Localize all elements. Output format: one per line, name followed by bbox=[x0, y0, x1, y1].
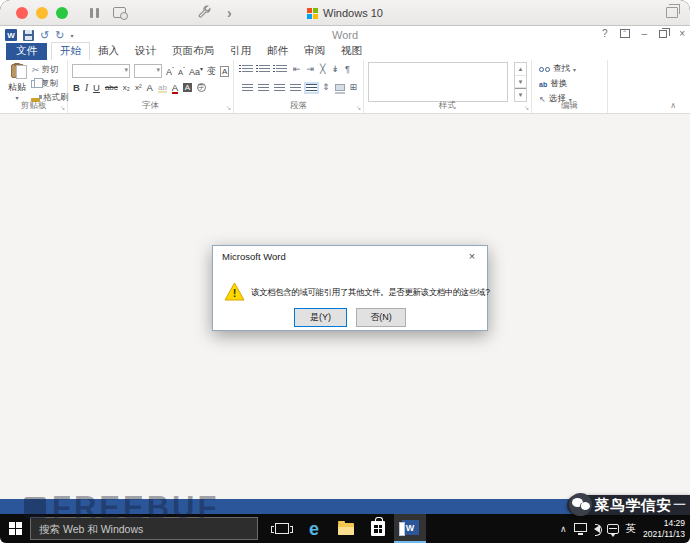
italic-button[interactable]: I bbox=[85, 83, 88, 93]
input-language-indicator[interactable]: 英 bbox=[626, 522, 637, 536]
text-highlight-color-icon[interactable]: ab bbox=[158, 83, 167, 92]
ribbon-display-options-icon[interactable]: ⌃ bbox=[620, 29, 630, 38]
clock-time: 14:29 bbox=[664, 518, 685, 528]
align-left-icon[interactable] bbox=[242, 84, 253, 92]
channel-dash: 一 bbox=[673, 496, 686, 514]
styles-dialog-launcher-icon[interactable]: ↘ bbox=[524, 104, 529, 111]
grow-font-icon[interactable]: Aˆ bbox=[166, 66, 174, 77]
character-border-icon[interactable]: A bbox=[220, 66, 229, 77]
bold-button[interactable]: B bbox=[73, 82, 80, 93]
save-icon[interactable] bbox=[23, 30, 34, 41]
task-view-button[interactable] bbox=[266, 514, 298, 543]
vm-fullscreen-icon[interactable] bbox=[666, 7, 678, 18]
close-button[interactable]: × bbox=[679, 28, 685, 39]
numbering-icon[interactable] bbox=[259, 65, 270, 74]
show-hide-marks-icon[interactable]: ¶ bbox=[345, 65, 350, 74]
minimize-button[interactable]: – bbox=[642, 28, 648, 39]
store-taskbar-button[interactable] bbox=[362, 514, 394, 543]
clipboard-dialog-launcher-icon[interactable]: ↘ bbox=[60, 104, 65, 111]
copy-button[interactable]: 复制 bbox=[31, 78, 69, 90]
shrink-font-icon[interactable]: Aˇ bbox=[178, 66, 185, 76]
borders-icon[interactable]: ⊞ bbox=[350, 83, 358, 92]
minimize-window-button[interactable] bbox=[36, 7, 48, 19]
wechat-avatar-icon bbox=[569, 493, 592, 516]
cut-button[interactable]: ✂剪切 bbox=[31, 64, 69, 76]
taskbar-clock[interactable]: 14:29 2021/11/13 bbox=[643, 518, 685, 538]
undo-icon[interactable]: ↺ bbox=[40, 30, 49, 41]
dialog-titlebar[interactable]: Microsoft Word bbox=[213, 246, 487, 268]
word-taskbar-icon: W bbox=[402, 520, 419, 535]
change-case-icon[interactable]: Aa▾ bbox=[189, 66, 203, 77]
word-taskbar-button[interactable]: W bbox=[394, 514, 426, 543]
styles-gallery[interactable] bbox=[368, 62, 508, 102]
asian-layout-icon[interactable]: ╳ bbox=[320, 65, 325, 74]
underline-button[interactable]: U bbox=[93, 82, 100, 93]
tab-references[interactable]: 引用 bbox=[222, 43, 259, 60]
tab-home[interactable]: 开始 bbox=[51, 42, 90, 60]
ribbon-spacer: ∧ bbox=[608, 60, 690, 113]
font-color-icon[interactable]: A bbox=[172, 82, 178, 93]
phonetic-guide-icon[interactable]: 变 bbox=[207, 67, 216, 76]
align-right-icon[interactable] bbox=[274, 84, 285, 92]
styles-group-label: 样式 bbox=[364, 100, 531, 112]
find-button[interactable]: 查找 ▾ bbox=[539, 63, 576, 75]
help-button[interactable]: ? bbox=[602, 28, 608, 39]
network-icon[interactable] bbox=[574, 523, 587, 532]
superscript-button[interactable]: x² bbox=[135, 83, 142, 92]
show-hidden-icons-chevron[interactable]: ∧ bbox=[560, 524, 567, 534]
tab-design[interactable]: 设计 bbox=[127, 43, 164, 60]
subscript-button[interactable]: x₂ bbox=[123, 83, 130, 92]
no-button[interactable]: 否(N) bbox=[356, 308, 406, 327]
collapse-ribbon-icon[interactable]: ∧ bbox=[670, 101, 676, 110]
sort-icon[interactable]: ↡ bbox=[332, 65, 340, 74]
font-group-label: 字体 bbox=[68, 100, 233, 112]
restore-button[interactable] bbox=[659, 30, 667, 38]
zoom-window-button[interactable] bbox=[56, 7, 68, 19]
styles-scroll-down-icon[interactable]: ▼ bbox=[515, 76, 526, 89]
edge-taskbar-button[interactable]: e bbox=[298, 514, 330, 543]
vm-expand-chevron-icon[interactable]: › bbox=[227, 5, 232, 21]
strikethrough-button[interactable]: abc bbox=[105, 83, 118, 92]
start-button[interactable] bbox=[0, 514, 30, 543]
multilevel-list-icon[interactable] bbox=[276, 65, 287, 74]
scissors-icon: ✂ bbox=[31, 66, 39, 75]
tab-file[interactable]: 文件 bbox=[6, 43, 47, 60]
paste-button[interactable]: 粘贴 ▾ bbox=[4, 63, 30, 101]
vm-settings-wrench-icon[interactable] bbox=[198, 4, 211, 22]
vm-suspend-icon[interactable] bbox=[90, 8, 99, 18]
search-input[interactable] bbox=[31, 523, 257, 535]
increase-indent-icon[interactable]: ⇥ bbox=[307, 65, 315, 74]
font-name-combobox[interactable] bbox=[72, 64, 130, 78]
replace-button[interactable]: ab 替换 bbox=[539, 78, 576, 90]
align-center-icon[interactable] bbox=[258, 84, 269, 92]
vm-snapshot-icon[interactable] bbox=[113, 7, 126, 18]
decrease-indent-icon[interactable]: ⇤ bbox=[293, 65, 301, 74]
tab-view[interactable]: 视图 bbox=[333, 43, 370, 60]
shading-icon[interactable] bbox=[335, 84, 345, 91]
text-effects-icon[interactable]: A bbox=[147, 82, 153, 93]
line-spacing-icon[interactable]: ⇕ bbox=[322, 83, 330, 92]
dialog-close-icon[interactable]: × bbox=[457, 246, 487, 266]
styles-scroll-up-icon[interactable]: ▲ bbox=[515, 63, 526, 76]
clock-date: 2021/11/13 bbox=[643, 529, 685, 539]
ime-tooltip-icon[interactable] bbox=[607, 524, 619, 534]
redo-icon[interactable]: ↻ bbox=[55, 30, 64, 41]
paragraph-dialog-launcher-icon[interactable]: ↘ bbox=[356, 104, 361, 111]
yes-button[interactable]: 是(Y) bbox=[294, 308, 347, 327]
character-shading-icon[interactable]: A bbox=[183, 83, 191, 92]
taskbar-search-box[interactable] bbox=[30, 517, 258, 540]
volume-icon[interactable] bbox=[594, 525, 600, 533]
tab-mailings[interactable]: 邮件 bbox=[259, 43, 296, 60]
bullets-icon[interactable] bbox=[242, 65, 253, 74]
file-explorer-taskbar-button[interactable] bbox=[330, 514, 362, 543]
tab-insert[interactable]: 插入 bbox=[90, 43, 127, 60]
close-window-button[interactable] bbox=[16, 7, 28, 19]
font-size-combobox[interactable] bbox=[134, 64, 162, 78]
justify-icon[interactable] bbox=[290, 84, 301, 92]
enclose-characters-icon[interactable]: 字 bbox=[197, 83, 206, 92]
tab-page-layout[interactable]: 页面布局 bbox=[164, 43, 222, 60]
distribute-icon[interactable] bbox=[306, 84, 317, 92]
tab-review[interactable]: 审阅 bbox=[296, 43, 333, 60]
font-dialog-launcher-icon[interactable]: ↘ bbox=[226, 104, 231, 111]
qat-customize-dropdown-icon[interactable]: ▾ bbox=[70, 32, 73, 39]
